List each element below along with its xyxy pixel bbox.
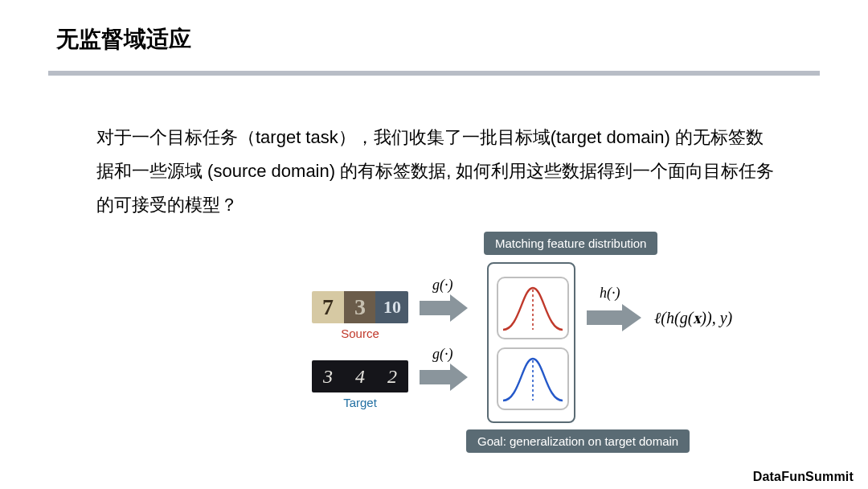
- target-distribution-curve: [497, 347, 569, 410]
- footer-brand: DataFunSummit: [753, 470, 854, 484]
- badge-matching-feature: Matching feature distribution: [484, 232, 657, 255]
- slide-title: 无监督域适应: [56, 24, 191, 55]
- source-caption: Source: [312, 327, 408, 340]
- source-distribution-curve: [497, 277, 569, 339]
- h-function-label: h(·): [600, 285, 620, 302]
- domain-adaptation-diagram: Matching feature distribution 7 3 10 Sou…: [297, 232, 812, 457]
- svg-marker-2: [587, 304, 641, 331]
- svg-marker-1: [420, 364, 468, 391]
- svg-marker-0: [420, 294, 468, 322]
- target-digit-2: 2: [376, 360, 408, 392]
- feature-distribution-box: [487, 262, 575, 423]
- arrow-source-to-feature: [420, 294, 468, 322]
- source-digit-0: 7: [312, 291, 344, 323]
- g-function-label-bottom: g(·): [432, 346, 453, 363]
- source-domain-samples: 7 3 10: [312, 291, 408, 323]
- arrow-feature-to-loss: [587, 304, 641, 331]
- target-digit-0: 3: [312, 360, 344, 392]
- source-digit-2: 10: [376, 291, 408, 323]
- target-caption: Target: [312, 396, 408, 409]
- arrow-target-to-feature: [420, 364, 468, 391]
- target-domain-samples: 3 4 2: [312, 360, 408, 392]
- title-underline: [48, 71, 820, 76]
- g-function-label-top: g(·): [432, 277, 453, 294]
- badge-goal: Goal: generalization on target domain: [466, 429, 690, 453]
- slide-body-text: 对于一个目标任务（target task），我们收集了一批目标域(target …: [96, 121, 780, 221]
- target-digit-1: 4: [344, 360, 376, 392]
- source-digit-1: 3: [344, 291, 376, 323]
- loss-expression: ℓ(h(g(𝐱)), y): [654, 309, 732, 327]
